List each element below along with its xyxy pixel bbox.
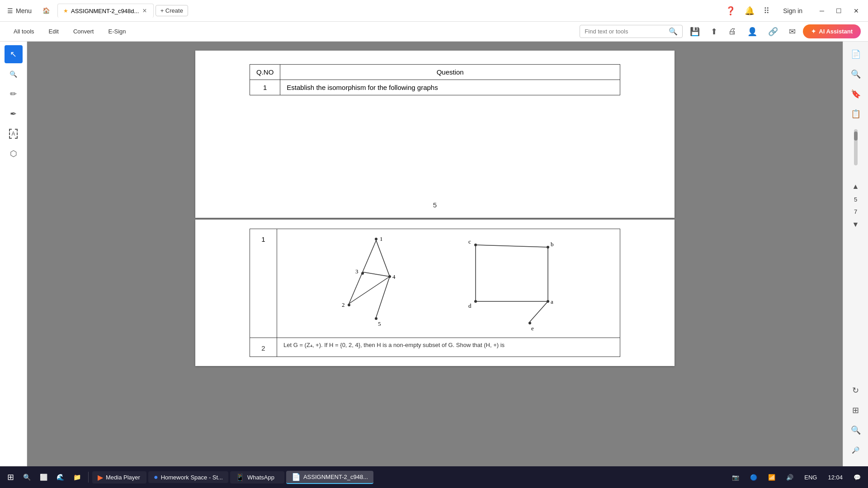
file-explorer-button[interactable]: 📁 [70, 472, 85, 483]
node-4-label: 4 [392, 273, 396, 280]
system-clock[interactable]: 12:04 [824, 472, 846, 483]
zoom-in-button[interactable]: 🔍 [847, 421, 865, 439]
search-right-icon: 🔍 [851, 69, 861, 79]
convert-button[interactable]: Convert [67, 25, 100, 38]
start-button[interactable]: ⊞ [4, 470, 18, 484]
right-sidebar: 📄 🔍 🔖 📋 ▲ 5 7 ▼ ↻ ⊞ [843, 42, 868, 466]
taskbar-homework-space[interactable]: ● Homework Space - St... [148, 471, 228, 483]
bookmark-right-button[interactable]: 🔖 [847, 85, 865, 103]
erase-tool[interactable]: ⬡ [5, 145, 23, 163]
window-controls: ─ ☐ ✕ [814, 5, 864, 17]
svg-line-1 [376, 240, 390, 277]
link-button[interactable]: 🔗 [764, 25, 782, 38]
node-a-label: a [551, 298, 553, 305]
zoom-tool[interactable]: 🔍 [5, 65, 23, 83]
task-view-button[interactable]: ⬜ [36, 472, 51, 483]
zoom-out-button[interactable]: 🔎 [847, 441, 865, 459]
edit-button[interactable]: Edit [42, 25, 65, 38]
erase-icon: ⬡ [10, 149, 17, 159]
cursor-tool[interactable]: ↖ [5, 45, 23, 63]
user-icon-button[interactable]: 👤 [744, 25, 761, 38]
all-tools-button[interactable]: All tools [7, 25, 41, 38]
tab-label: ASSIGNMENT-2_c948d... [71, 8, 139, 14]
draw-tool[interactable]: ✒ [5, 105, 23, 123]
col-header-qno: Q.NO [250, 65, 280, 80]
sign-in-button[interactable]: Sign in [777, 5, 809, 16]
notifications-button[interactable]: 🔔 [743, 4, 756, 18]
svg-point-10 [375, 317, 377, 320]
taskbar-media-player[interactable]: ▶ Media Player [92, 471, 146, 483]
lang-button[interactable]: ENG [801, 472, 821, 483]
minimize-button[interactable]: ─ [814, 5, 830, 17]
new-tab-button[interactable]: + Create [156, 5, 188, 16]
svg-line-11 [476, 245, 548, 247]
save-button[interactable]: 💾 [686, 25, 703, 38]
user-icon: 👤 [747, 27, 757, 36]
row2-text: Let G = (Z₄, +). If H = {0, 2, 4}, then … [277, 338, 620, 357]
home-icon: 🏠 [42, 7, 50, 14]
thumbnail-button[interactable]: ⊞ [847, 401, 865, 419]
text-select-tool[interactable]: A [5, 125, 23, 143]
row-question: Establish the isomorphism for the follow… [280, 80, 620, 95]
apps-button[interactable]: ⠿ [762, 4, 771, 18]
help-button[interactable]: ❓ [724, 4, 737, 18]
upload-button[interactable]: ⬆ [707, 25, 721, 38]
content-area[interactable]: Q.NO Question 1 Establish the isomorphis… [27, 42, 843, 466]
titlebar: ☰ Menu 🏠 ★ ASSIGNMENT-2_c948d... × + Cre… [0, 0, 868, 22]
copy-right-button[interactable]: 📋 [847, 105, 865, 123]
email-icon: ✉ [789, 27, 796, 36]
maximize-button[interactable]: ☐ [830, 5, 847, 17]
graph-content: 1 3 4 2 5 [277, 229, 620, 338]
ai-assistant-button[interactable]: ✦ AI Assistant [803, 24, 861, 38]
graph-1-svg: 1 3 4 2 5 [331, 234, 421, 333]
task-view-icon: ⬜ [40, 474, 47, 481]
edge-button[interactable]: 🌊 [53, 472, 68, 483]
taskbar-search-button[interactable]: 🔍 [19, 472, 34, 483]
cursor-icon: ↖ [10, 49, 17, 59]
truncated-row: 2 Let G = (Z₄, +). If H = {0, 2, 4}, the… [250, 338, 620, 357]
svg-point-6 [375, 238, 377, 240]
email-button[interactable]: ✉ [785, 25, 799, 38]
camera-icon: 📷 [732, 474, 739, 481]
titlebar-left: ☰ Menu 🏠 [4, 5, 54, 16]
esign-button[interactable]: E-Sign [102, 25, 132, 38]
highlight-tool[interactable]: ✏ [5, 85, 23, 103]
question-table: Q.NO Question 1 Establish the isomorphis… [250, 64, 620, 95]
main-area: ↖ 🔍 ✏ ✒ A ⬡ Q.NO Question [0, 42, 868, 466]
active-tab[interactable]: ★ ASSIGNMENT-2_c948d... × [57, 4, 154, 18]
tab-close-button[interactable]: × [142, 7, 147, 15]
folder-icon: 📁 [73, 474, 81, 481]
volume-button[interactable]: 🔊 [783, 472, 797, 483]
page-up-button[interactable]: ▲ [850, 181, 861, 192]
page-down-button[interactable]: ▼ [850, 219, 861, 230]
svg-point-8 [388, 275, 391, 278]
page-nav-5[interactable]: 5 [850, 194, 861, 205]
home-button[interactable]: 🏠 [39, 5, 54, 16]
page-nav-7[interactable]: 7 [850, 206, 861, 217]
find-input[interactable] [585, 28, 666, 35]
svg-point-17 [547, 246, 549, 249]
search-right-button[interactable]: 🔍 [847, 65, 865, 83]
print-button[interactable]: 🖨 [725, 25, 740, 38]
close-button[interactable]: ✕ [848, 5, 864, 17]
taskbar-whatsapp[interactable]: 📱 WhatsApp [230, 471, 284, 483]
find-bar[interactable]: 🔍 [580, 25, 683, 38]
taskbar-pdf-assignment[interactable]: 📄 ASSIGNMENT-2_c948... [286, 471, 373, 484]
bluetooth-button[interactable]: 🔵 [746, 472, 761, 483]
camera-button[interactable]: 📷 [728, 472, 743, 483]
notification-tray-button[interactable]: 💬 [850, 472, 864, 483]
row2-qno: 2 [250, 338, 277, 357]
svg-line-4 [376, 277, 390, 317]
save-icon: 💾 [690, 27, 700, 36]
wifi-button[interactable]: 📶 [764, 472, 779, 483]
bluetooth-icon: 🔵 [750, 474, 757, 481]
bell-icon: 🔔 [745, 6, 755, 15]
menu-button[interactable]: ☰ Menu [4, 5, 35, 16]
node-b-label: b [551, 241, 554, 248]
taskbar-right: 📷 🔵 📶 🔊 ENG 12:04 💬 [728, 472, 864, 483]
taskbar: ⊞ 🔍 ⬜ 🌊 📁 ▶ Media Player ● Homework Spac… [0, 466, 868, 488]
ai-right-button[interactable]: 📄 [847, 45, 865, 63]
rotate-button[interactable]: ↻ [847, 381, 865, 399]
taskbar-separator-1 [88, 472, 89, 483]
page-number-1: 5 [433, 201, 437, 209]
